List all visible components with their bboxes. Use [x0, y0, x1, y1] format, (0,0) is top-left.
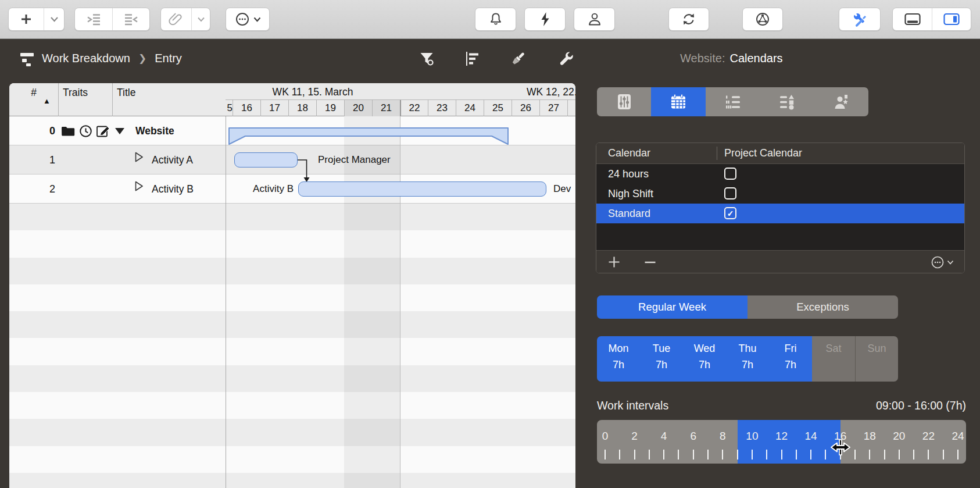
disclosure-expanded-icon[interactable] [115, 128, 124, 134]
calendar-options-button[interactable] [926, 251, 958, 273]
tab-general[interactable] [597, 87, 651, 116]
chevron-down-icon [197, 17, 205, 22]
weekday-wed[interactable]: Wed7h [683, 336, 726, 382]
outdent-button[interactable] [113, 8, 149, 30]
calendar-name: 24 hours [608, 168, 649, 180]
summary-bar-website[interactable] [228, 127, 509, 145]
app-window: Work Breakdown ❯ Entry Website: Calendar… [0, 0, 980, 488]
task-bar-activity-a[interactable] [234, 152, 298, 168]
ruler-tick [869, 450, 870, 459]
edit-icon[interactable] [96, 124, 111, 138]
tools-icon [839, 8, 880, 30]
calendar-row-nigh-shift[interactable]: Nigh Shift [596, 184, 964, 204]
day-header-24: 24 [456, 100, 484, 116]
ruler-tick [678, 450, 679, 459]
tab-outline-numbers[interactable] [706, 87, 760, 116]
column-header-traits[interactable]: Traits [63, 85, 88, 100]
row-title[interactable]: Activity A [152, 145, 193, 174]
work-hours-ruler[interactable]: 024681012141618202224 [597, 420, 966, 464]
ruler-tick [707, 450, 709, 459]
chevron-down-icon [253, 17, 261, 22]
attach-menu-button[interactable] [192, 8, 210, 30]
toggle-right-panel-button[interactable] [932, 8, 971, 30]
remove-calendar-button[interactable] [638, 251, 661, 273]
weekday-name: Tue [653, 343, 670, 355]
column-header-num[interactable]: # [9, 85, 58, 100]
settings-button[interactable] [557, 49, 575, 68]
filter-button[interactable] [417, 49, 436, 68]
tab-resources[interactable] [814, 87, 868, 116]
ruler-hour-label: 12 [775, 430, 788, 443]
day-header-27: 27 [539, 100, 567, 116]
notifications-button[interactable] [475, 8, 516, 31]
main-toolbar [0, 0, 980, 39]
disclosure-collapsed-icon[interactable] [135, 181, 144, 191]
empty-row [9, 338, 575, 365]
task-bar-activity-b[interactable] [298, 181, 546, 197]
person-icon [574, 8, 614, 30]
day-header-23: 23 [428, 100, 456, 116]
weekday-sat[interactable]: Sat [812, 336, 855, 382]
row-number: 2 [9, 174, 55, 204]
clock-icon[interactable] [79, 124, 92, 138]
filter-icon [418, 50, 435, 67]
weekday-name: Thu [738, 343, 756, 355]
table-header: # ▲ Traits Title WK 11, 15. March WK 12,… [9, 83, 575, 116]
project-calendar-checkbox[interactable] [724, 168, 736, 180]
weekday-mon[interactable]: Mon7h [597, 336, 640, 382]
day-header-22: 22 [400, 100, 428, 116]
row-title[interactable]: Website [135, 116, 174, 145]
weekday-thu[interactable]: Thu7h [726, 336, 769, 382]
bolt-icon [525, 8, 565, 30]
tab-styles[interactable] [760, 87, 814, 116]
weekday-tue[interactable]: Tue7h [640, 336, 683, 382]
calendar-row-24-hours[interactable]: 24 hours [596, 164, 964, 184]
toggle-bottom-panel-button[interactable] [893, 8, 932, 30]
folder-icon[interactable] [60, 124, 76, 138]
outdent-icon [123, 12, 139, 27]
tab-calendars[interactable] [651, 87, 705, 116]
ruler-hour-label: 4 [661, 430, 667, 443]
table-gantt-divider[interactable] [226, 83, 226, 488]
column-header-title[interactable]: Title [117, 85, 135, 100]
row-title[interactable]: Activity B [152, 174, 194, 204]
work-intervals-label: Work intervals [597, 399, 668, 412]
add-button[interactable] [9, 8, 44, 30]
row-number: 0 [9, 116, 55, 145]
project-calendar-checkbox[interactable] [724, 187, 736, 200]
tab-regular-week[interactable]: Regular Week [597, 295, 747, 319]
network-button[interactable] [742, 8, 783, 31]
project-calendar-checkbox[interactable] [724, 207, 736, 219]
day-header-partial: 5 [226, 100, 233, 116]
style-button[interactable] [509, 49, 527, 68]
disclosure-collapsed-icon[interactable] [135, 152, 144, 162]
weekday-hours: 7h [613, 359, 624, 371]
actions-button[interactable] [524, 8, 566, 31]
breadcrumb-current[interactable]: Entry [155, 52, 182, 65]
calendar-row-standard[interactable]: Standard [596, 204, 964, 223]
weekday-name: Sat [825, 343, 841, 355]
ruler-hour-label: 0 [602, 430, 609, 443]
sync-button[interactable] [668, 8, 709, 31]
breadcrumb-root[interactable]: Work Breakdown [42, 52, 130, 65]
sort-ascending-icon[interactable]: ▲ [43, 97, 51, 105]
calendar-table-header: Calendar Project Calendar [596, 143, 964, 164]
resources-button[interactable] [574, 8, 615, 31]
chevron-down-icon [947, 260, 954, 265]
tools-button[interactable] [839, 8, 881, 31]
attach-button[interactable] [161, 8, 191, 30]
tab-exceptions[interactable]: Exceptions [747, 295, 898, 319]
inspector-title-label: Calendars [729, 52, 782, 65]
indent-button[interactable] [75, 8, 112, 30]
weekday-fri[interactable]: Fri7h [769, 336, 812, 382]
more-actions-inner [226, 8, 269, 30]
panel-bottom-icon [904, 11, 921, 27]
row-number: 1 [9, 145, 55, 174]
empty-row [9, 311, 575, 338]
outline-view-button[interactable] [463, 49, 482, 68]
add-menu-button[interactable] [44, 8, 64, 30]
more-actions-button[interactable] [226, 8, 270, 31]
add-calendar-button[interactable] [602, 251, 625, 273]
week-header-1: WK 11, 15. March [226, 85, 400, 99]
weekday-sun[interactable]: Sun [855, 336, 898, 382]
